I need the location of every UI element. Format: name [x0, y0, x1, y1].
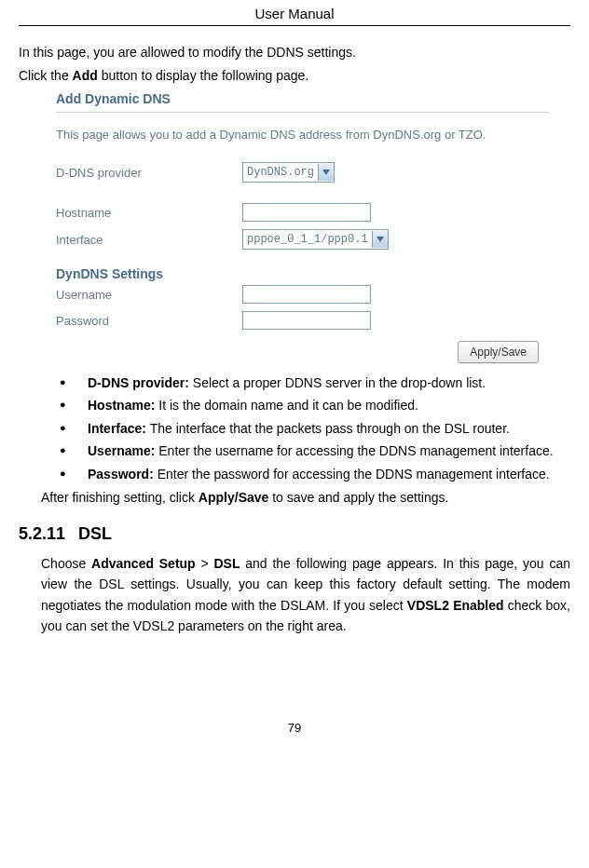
svg-marker-0 [322, 170, 330, 175]
ss-subtitle: DynDNS Settings [56, 266, 550, 281]
hostname-input[interactable] [242, 203, 371, 222]
section-title: DSL [78, 524, 112, 543]
ss-title: Add Dynamic DNS [56, 91, 550, 106]
intro-block: In this page, you are allowed to modify … [19, 43, 570, 86]
chevron-down-icon[interactable] [318, 164, 334, 181]
ss-description: This page allows you to add a Dynamic DN… [56, 128, 550, 142]
ss-label-interface: Interface [56, 233, 242, 247]
interface-select-value: pppoe_0_1_1/ppp0.1 [247, 233, 372, 246]
ss-row-interface: Interface pppoe_0_1_1/ppp0.1 [56, 229, 550, 250]
after-bullets: After finishing setting, click Apply/Sav… [41, 488, 570, 508]
ss-label-hostname: Hostname [56, 206, 242, 220]
provider-select[interactable]: DynDNS.org [242, 162, 335, 183]
ss-row-password: Password [56, 311, 550, 330]
interface-select[interactable]: pppoe_0_1_1/ppp0.1 [242, 229, 389, 250]
password-input[interactable] [242, 311, 371, 330]
ss-row-hostname: Hostname [56, 203, 550, 222]
bullet-item: Username: Enter the username for accessi… [60, 441, 570, 461]
ss-label-password: Password [56, 314, 242, 328]
body-paragraph: Choose Advanced Setup > DSL and the foll… [41, 553, 570, 637]
svg-marker-1 [377, 237, 384, 242]
provider-select-value: DynDNS.org [247, 166, 318, 179]
intro-line-2: Click the Add button to display the foll… [19, 66, 570, 86]
ddns-screenshot: Add Dynamic DNS This page allows you to … [56, 91, 550, 363]
intro-line-1: In this page, you are allowed to modify … [19, 43, 570, 62]
ss-button-row: Apply/Save [56, 341, 550, 363]
ss-divider [56, 112, 550, 113]
bullet-list: D-DNS provider: Select a proper DDNS ser… [19, 373, 570, 484]
section-number: 5.2.11 [19, 524, 65, 543]
page-header: User Manual [19, 0, 570, 26]
section-heading: 5.2.11DSL [19, 524, 570, 544]
bullet-item: Interface: The interface that the packet… [60, 418, 570, 439]
username-input[interactable] [242, 285, 371, 304]
ss-label-username: Username [56, 288, 242, 302]
chevron-down-icon[interactable] [372, 231, 388, 248]
apply-save-button[interactable]: Apply/Save [458, 341, 539, 363]
bullet-item: Hostname: It is the domain name and it c… [60, 395, 570, 415]
ss-row-username: Username [56, 285, 550, 304]
page-number: 79 [19, 721, 570, 744]
bullet-item: Password: Enter the password for accessi… [60, 464, 570, 484]
bullet-item: D-DNS provider: Select a proper DDNS ser… [60, 373, 570, 393]
ss-row-provider: D-DNS provider DynDNS.org [56, 162, 550, 183]
ss-label-provider: D-DNS provider [56, 166, 242, 180]
